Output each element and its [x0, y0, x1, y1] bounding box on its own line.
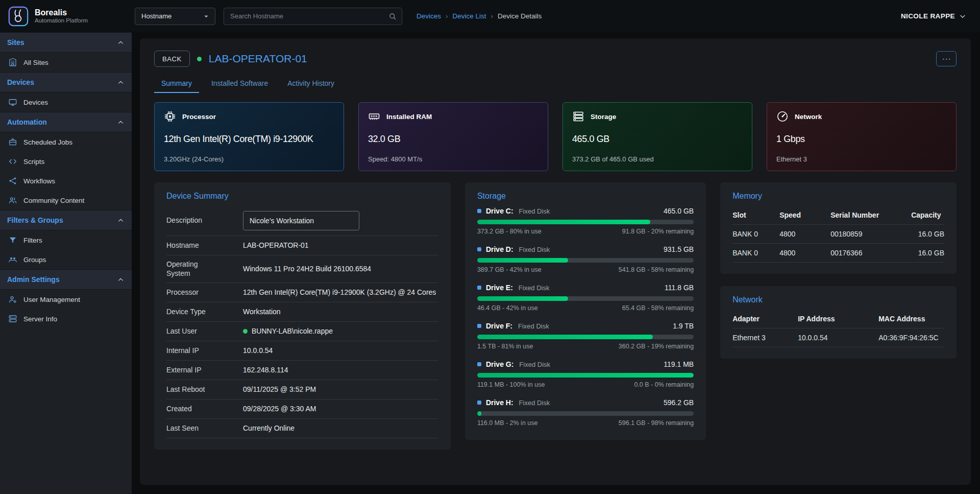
drive-usage-bar [477, 335, 694, 339]
network-table: Adapter IP Address MAC Address Ethernet … [732, 311, 944, 347]
server-icon [8, 314, 17, 323]
drive-size: 111.8 GB [665, 284, 694, 292]
memory-row: BANK 0 4800 00180859 16.0 GB [732, 225, 944, 244]
detail-columns: Device Summary Description Hostname LAB-… [154, 182, 957, 450]
drive-used-label: 119.1 MB - 100% in use [477, 381, 545, 388]
brand-area[interactable]: Borealis Automation Platform [0, 0, 132, 32]
search-input[interactable] [230, 12, 388, 20]
memory-slot: BANK 0 [732, 244, 779, 263]
sidebar: Sites All Sites Devices Devices Automati… [0, 32, 132, 494]
summary-label: Last Reboot [166, 385, 243, 394]
drive-usage-fill [477, 258, 568, 263]
drive-usage-fill [477, 373, 694, 378]
description-input[interactable] [243, 211, 359, 230]
summary-label: Created [166, 405, 243, 414]
sidebar-section-label: Automation [7, 118, 47, 126]
drive-remaining-label: 596.1 GB - 98% remaining [619, 419, 694, 427]
sidebar-item-label: Workflows [23, 177, 55, 185]
drive-type: Fixed Disk [519, 399, 550, 407]
drive-name: Drive D: [486, 245, 513, 253]
drive-bullet-icon [477, 324, 481, 328]
drive-used-label: 1.5 TB - 81% in use [477, 343, 533, 350]
tab-summary[interactable]: Summary [154, 74, 199, 93]
memory-capacity: 16.0 GB [911, 225, 944, 244]
sidebar-section-automation[interactable]: Automation [0, 112, 132, 132]
sidebar-item-groups[interactable]: Groups [0, 250, 132, 269]
sidebar-item-scheduled-jobs[interactable]: Scheduled Jobs [0, 132, 132, 152]
sidebar-item-devices[interactable]: Devices [0, 92, 132, 112]
user-menu[interactable]: NICOLE RAPPE [901, 12, 967, 20]
drive-type: Fixed Disk [518, 322, 549, 330]
rabbit-logo-icon [8, 6, 29, 27]
summary-value: Workstation [243, 307, 281, 317]
network-panel: Network Adapter IP Address MAC Address [720, 286, 957, 359]
chevron-up-icon [117, 39, 125, 46]
stat-card-label: Processor [182, 113, 216, 121]
hostname-filter-select[interactable]: Hostname [135, 8, 215, 25]
network-gauge-icon [776, 110, 789, 123]
summary-value: 162.248.8.114 [243, 365, 288, 375]
memory-panel: Memory Slot Speed Serial Number Capacity [720, 182, 957, 274]
stat-card-sub: 373.2 GB of 465.0 GB used [572, 155, 743, 163]
drive-row-d: Drive D: Fixed Disk 931.5 GB 389.7 GB - … [477, 245, 694, 273]
sidebar-section-sites[interactable]: Sites [0, 32, 132, 53]
drive-row-g: Drive G: Fixed Disk 119.1 MB 119.1 MB - … [477, 360, 694, 388]
summary-value: LAB-OPERATOR-01 [243, 241, 309, 250]
sidebar-item-community-content[interactable]: Community Content [0, 191, 132, 210]
user-online-dot [243, 329, 248, 334]
sidebar-item-user-management[interactable]: User Management [0, 290, 132, 309]
drive-used-label: 116.0 MB - 2% in use [477, 419, 538, 427]
network-ip: 10.0.0.54 [798, 328, 878, 347]
network-mac: A0:36:9F:94:26:5C [878, 328, 944, 347]
drive-usage-fill [477, 411, 481, 416]
stat-card-sub: Ethernet 3 [776, 155, 947, 163]
sidebar-item-all-sites[interactable]: All Sites [0, 53, 132, 72]
drive-type: Fixed Disk [519, 361, 550, 368]
tab-activity-history[interactable]: Activity History [280, 74, 341, 93]
hostname-search[interactable] [224, 8, 402, 25]
sidebar-section-filters-groups[interactable]: Filters & Groups [0, 210, 132, 230]
drive-bullet-icon [477, 247, 481, 251]
memory-capacity: 16.0 GB [911, 244, 944, 263]
breadcrumb-device-list[interactable]: Device List [453, 12, 486, 20]
chevron-down-icon [202, 12, 211, 21]
hostname-filter-value: Hostname [141, 12, 172, 20]
drive-name: Drive H: [486, 398, 513, 407]
sidebar-item-label: Groups [23, 256, 46, 264]
devices-icon [8, 98, 17, 107]
stat-card-storage: Storage 465.0 GB 373.2 GB of 465.0 GB us… [562, 102, 752, 171]
sidebar-section-admin-settings[interactable]: Admin Settings [0, 269, 132, 290]
app-root: Borealis Automation Platform Hostname De… [0, 0, 980, 494]
summary-row-processor: Processor 12th Gen Intel(R) Core(TM) i9-… [166, 283, 438, 302]
sidebar-item-server-info[interactable]: Server Info [0, 309, 132, 328]
panel-title: Network [732, 295, 944, 304]
drive-remaining-label: 0.0 B - 0% remaining [634, 381, 694, 388]
device-summary-panel: Device Summary Description Hostname LAB-… [154, 182, 451, 450]
summary-label: Operating System [166, 260, 243, 278]
summary-row-hostname: Hostname LAB-OPERATOR-01 [166, 236, 438, 255]
stat-card-label: Network [795, 113, 822, 121]
sidebar-item-filters[interactable]: Filters [0, 230, 132, 250]
groups-icon [8, 255, 17, 264]
stat-card-value: 32.0 GB [368, 134, 538, 145]
summary-label: Description [166, 216, 243, 225]
sidebar-item-scripts[interactable]: Scripts [0, 152, 132, 171]
topbar: Hostname Devices › Device List › Device … [132, 0, 980, 32]
breadcrumb-devices[interactable]: Devices [416, 12, 441, 20]
sidebar-section-devices[interactable]: Devices [0, 72, 132, 92]
back-button[interactable]: BACK [154, 51, 190, 67]
more-actions-button[interactable]: ⋯ [936, 51, 957, 66]
memory-col-slot: Slot [732, 207, 779, 225]
panel-title: Storage [477, 192, 694, 201]
user-gear-icon [8, 295, 17, 304]
stat-card-processor: Processor 12th Gen Intel(R) Core(TM) i9-… [154, 102, 344, 171]
sidebar-item-label: Scripts [23, 158, 44, 166]
sidebar-item-label: User Management [23, 296, 80, 303]
stat-card-ram: Installed RAM 32.0 GB Speed: 4800 MT/s [358, 102, 548, 171]
tab-installed-software[interactable]: Installed Software [204, 74, 275, 93]
briefcase-icon [8, 137, 17, 147]
memory-serial: 00180859 [830, 225, 911, 244]
sidebar-item-workflows[interactable]: Workflows [0, 171, 132, 191]
device-online-dot [197, 57, 202, 61]
drive-usage-fill [477, 220, 650, 224]
